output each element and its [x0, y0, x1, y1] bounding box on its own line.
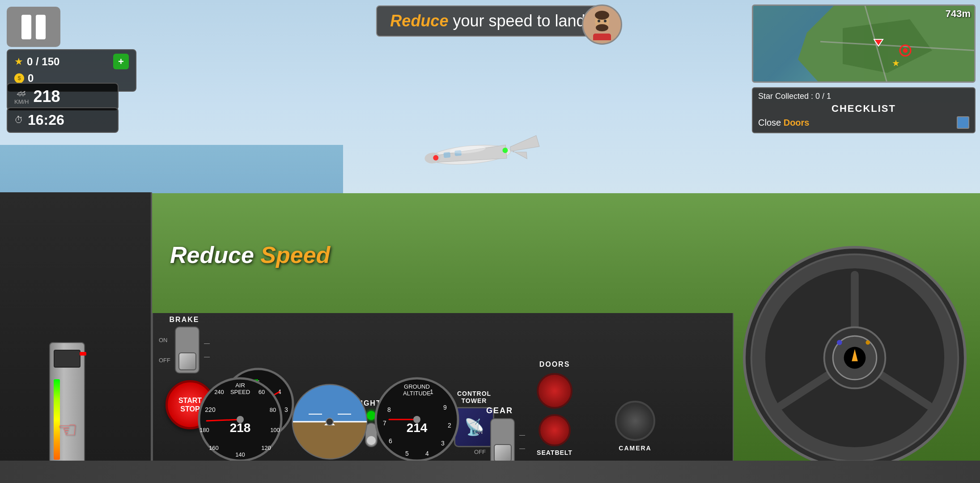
svg-point-73	[413, 416, 420, 423]
coin-icon: $	[14, 73, 24, 83]
minimap[interactable]: ★ 743m	[752, 4, 976, 83]
minimap-distance: 743m	[946, 8, 971, 20]
seatbelt-label: SEATBELT	[537, 449, 573, 456]
svg-text:4: 4	[425, 450, 429, 457]
kmh-label: KM/H	[14, 98, 29, 105]
svg-point-49	[237, 416, 244, 423]
svg-text:8: 8	[387, 406, 391, 413]
throttle-slider[interactable]	[54, 350, 81, 368]
altitude-gauge: GROUND ALTITUDE 8 7 6 5 4 3 2 9 1 214	[373, 376, 461, 463]
add-stars-button[interactable]: +	[113, 54, 129, 69]
mission-banner: Reduce your speed to land.	[376, 5, 604, 37]
svg-text:100: 100	[270, 427, 280, 433]
doors-toggle-top[interactable]	[537, 373, 573, 409]
gear-switch[interactable]	[490, 418, 515, 465]
svg-point-15	[604, 20, 607, 22]
throttle-section: ☜ THROTTLE	[22, 329, 112, 479]
svg-text:220: 220	[205, 406, 216, 413]
star-collected-label: Star Collected : 0 / 1	[758, 92, 831, 101]
svg-text:80: 80	[270, 407, 276, 413]
svg-text:★: ★	[892, 58, 900, 68]
airspeed-gauge: 220 240 AIR SPEED 60 80 100 120 140 160 …	[197, 376, 284, 463]
svg-marker-3	[513, 150, 527, 160]
svg-rect-53	[293, 422, 367, 459]
svg-point-58	[326, 418, 333, 425]
speed-value: 218	[34, 87, 60, 106]
svg-text:3: 3	[441, 440, 445, 447]
mission-highlight: Reduce	[390, 12, 453, 30]
svg-text:240: 240	[214, 389, 224, 395]
svg-text:5: 5	[405, 450, 409, 457]
brake-switch[interactable]	[175, 326, 199, 373]
svg-point-84	[865, 340, 870, 345]
checklist-item-text: Close Doors	[758, 118, 810, 128]
throttle-red-indicator	[80, 352, 86, 356]
brake-section: BRAKE ON OFF ——	[159, 316, 210, 373]
player-avatar	[582, 4, 622, 45]
svg-text:3: 3	[284, 406, 288, 413]
brake-switch-knob	[178, 352, 196, 370]
svg-text:GROUND: GROUND	[404, 383, 430, 390]
gear-label: GEAR	[474, 406, 525, 415]
svg-rect-52	[293, 385, 367, 422]
brake-label: BRAKE	[159, 316, 210, 324]
svg-text:ALTITUDE: ALTITUDE	[403, 390, 431, 397]
instruments-row: STARTSTOP 5 4 3 START RPM X 1000 LIGHTS	[152, 313, 725, 474]
svg-point-13	[596, 24, 608, 31]
gear-off-label: OFF	[474, 449, 486, 455]
pause-bar-left	[21, 15, 31, 39]
camera-knob[interactable]	[615, 401, 655, 441]
reduce-speed-overlay: Reduce Speed	[170, 242, 330, 268]
reduce-speed-highlight: Speed	[260, 242, 330, 268]
svg-point-83	[837, 340, 842, 345]
svg-text:120: 120	[261, 445, 271, 451]
speed-panel: 🏎 KM/H 218	[7, 83, 119, 110]
star-score: 0 / 150	[27, 55, 59, 68]
timer-panel: ⏱ 16:26	[7, 107, 119, 133]
gear-section: GEAR ON OFF ——	[474, 406, 525, 465]
pause-button[interactable]	[7, 7, 60, 47]
camera-section: CAMERA	[604, 398, 666, 452]
camera-label: CAMERA	[619, 445, 651, 452]
svg-text:6: 6	[389, 437, 392, 445]
speed-icon: 🏎	[17, 88, 26, 98]
svg-text:AIR: AIR	[235, 382, 245, 389]
checklist-item: Close Doors	[758, 116, 969, 129]
hand-icon: ☜	[57, 417, 77, 443]
airspeed-gauge-container: 220 240 AIR SPEED 60 80 100 120 140 160 …	[197, 376, 284, 465]
doors-section: DOORS SEATBELT	[514, 360, 595, 456]
horizon-gauge	[291, 383, 369, 461]
mission-text: your speed to land.	[453, 12, 590, 30]
doors-toggle-bottom[interactable]	[539, 414, 571, 446]
left-panel: ☜ THROTTLE	[0, 192, 152, 483]
throttle-body	[49, 342, 85, 467]
svg-text:9: 9	[443, 404, 447, 411]
pause-bar-right	[36, 15, 46, 39]
svg-rect-16	[593, 34, 611, 40]
altitude-gauge-container: GROUND ALTITUDE 8 7 6 5 4 3 2 9 1 214	[373, 376, 461, 465]
svg-text:140: 140	[235, 451, 245, 458]
svg-text:1: 1	[430, 388, 433, 395]
steering-wheel[interactable]	[743, 246, 967, 470]
brake-on-label: ON	[159, 337, 170, 343]
svg-text:160: 160	[209, 445, 219, 451]
brake-off-label: OFF	[159, 357, 170, 364]
clock-icon: ⏱	[14, 115, 23, 125]
gear-switch-knob	[494, 444, 512, 462]
timer-value: 16:26	[28, 112, 64, 128]
star-icon: ★	[14, 56, 23, 68]
svg-point-14	[598, 20, 600, 22]
checklist-item-highlight: Doors	[784, 118, 810, 127]
svg-text:60: 60	[259, 389, 265, 395]
svg-text:180: 180	[199, 427, 209, 433]
svg-point-12	[595, 11, 609, 20]
airplane	[395, 104, 546, 205]
info-panel: Star Collected : 0 / 1 CHECKLIST Close D…	[752, 87, 976, 133]
gear-on-label: ON	[474, 428, 486, 435]
horizon-gauge-container	[291, 383, 369, 463]
svg-text:SPEED: SPEED	[230, 389, 250, 395]
svg-marker-2	[509, 135, 539, 151]
checklist-checkbox[interactable]	[957, 116, 969, 129]
svg-text:2: 2	[448, 422, 451, 429]
svg-point-24	[903, 48, 908, 53]
